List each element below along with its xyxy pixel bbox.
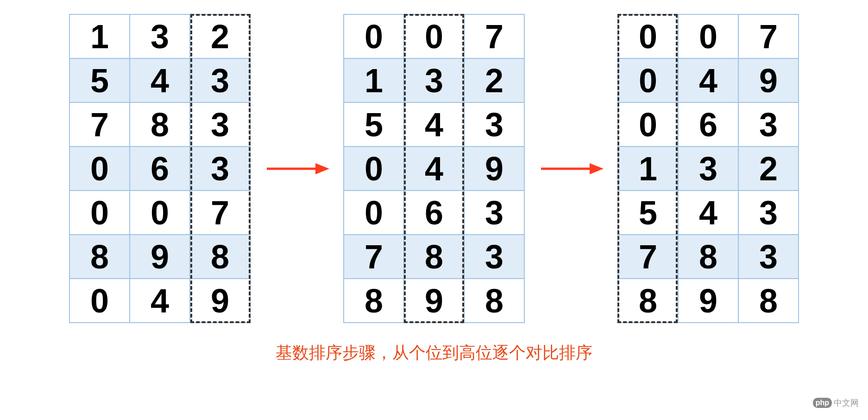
digit-cell: 0 — [404, 14, 464, 58]
digit-cell: 7 — [344, 235, 404, 279]
watermark-text: 中文网 — [834, 397, 859, 408]
table-row: 132 — [69, 14, 250, 58]
digit-cell: 0 — [344, 146, 404, 191]
digit-cell: 8 — [738, 279, 799, 323]
digit-cell: 3 — [738, 235, 799, 279]
digit-cell: 7 — [618, 235, 678, 279]
table-row: 132 — [618, 146, 799, 191]
table-row: 007 — [69, 191, 250, 235]
digit-cell: 9 — [190, 279, 250, 323]
diagram-content: 132 543 783 063 007 898 049 007 132 543 … — [9, 9, 859, 323]
digit-cell: 0 — [69, 146, 130, 191]
table-row: 783 — [344, 235, 524, 279]
digit-cell: 2 — [738, 146, 799, 191]
digit-cell: 4 — [130, 58, 190, 102]
radix-table-3: 007 049 063 132 543 783 898 — [617, 14, 799, 323]
digit-cell: 6 — [130, 146, 190, 191]
table-row: 007 — [344, 14, 524, 58]
digit-cell: 8 — [69, 235, 130, 279]
table-row: 049 — [344, 146, 524, 191]
digit-cell: 5 — [344, 102, 404, 146]
table-row: 783 — [69, 102, 250, 146]
table-row: 049 — [618, 58, 799, 102]
radix-table-2: 007 132 543 049 063 783 898 — [343, 14, 525, 323]
digit-cell: 7 — [190, 191, 250, 235]
digit-cell: 8 — [404, 235, 464, 279]
digit-cell: 8 — [190, 235, 250, 279]
digit-cell: 0 — [618, 14, 678, 58]
table-row: 063 — [618, 102, 799, 146]
digit-cell: 4 — [404, 146, 464, 191]
table-row: 063 — [344, 191, 524, 235]
digit-cell: 9 — [404, 279, 464, 323]
table-wrap-1: 132 543 783 063 007 898 049 — [69, 14, 251, 323]
digit-cell: 5 — [618, 191, 678, 235]
table-wrap-2: 007 132 543 049 063 783 898 — [343, 14, 525, 323]
digit-cell: 7 — [738, 14, 799, 58]
digit-cell: 6 — [678, 102, 738, 146]
digit-cell: 8 — [344, 279, 404, 323]
digit-cell: 3 — [738, 191, 799, 235]
table-row: 132 — [344, 58, 524, 102]
digit-cell: 5 — [69, 58, 130, 102]
digit-cell: 3 — [738, 102, 799, 146]
digit-cell: 0 — [344, 14, 404, 58]
table-row: 007 — [618, 14, 799, 58]
digit-cell: 3 — [678, 146, 738, 191]
svg-marker-1 — [315, 163, 329, 174]
digit-cell: 3 — [190, 146, 250, 191]
digit-cell: 8 — [130, 102, 190, 146]
table-row: 898 — [69, 235, 250, 279]
diagram-caption: 基数排序步骤，从个位到高位逐个对比排序 — [9, 342, 859, 364]
digit-cell: 7 — [464, 14, 524, 58]
arrow-icon — [539, 159, 604, 178]
digit-cell: 1 — [618, 146, 678, 191]
digit-cell: 8 — [464, 279, 524, 323]
digit-cell: 6 — [404, 191, 464, 235]
digit-cell: 3 — [190, 102, 250, 146]
digit-cell: 9 — [678, 279, 738, 323]
digit-cell: 9 — [738, 58, 799, 102]
table-wrap-3: 007 049 063 132 543 783 898 — [617, 14, 799, 323]
digit-cell: 0 — [618, 102, 678, 146]
digit-cell: 3 — [130, 14, 190, 58]
digit-cell: 1 — [69, 14, 130, 58]
digit-cell: 1 — [344, 58, 404, 102]
table-row: 063 — [69, 146, 250, 191]
digit-cell: 9 — [464, 146, 524, 191]
radix-table-1: 132 543 783 063 007 898 049 — [69, 14, 251, 323]
digit-cell: 0 — [678, 14, 738, 58]
digit-cell: 0 — [130, 191, 190, 235]
digit-cell: 4 — [678, 191, 738, 235]
digit-cell: 2 — [464, 58, 524, 102]
table-row: 049 — [69, 279, 250, 323]
digit-cell: 9 — [130, 235, 190, 279]
digit-cell: 7 — [69, 102, 130, 146]
digit-cell: 0 — [69, 191, 130, 235]
digit-cell: 0 — [69, 279, 130, 323]
digit-cell: 4 — [130, 279, 190, 323]
watermark-logo: php — [813, 398, 832, 408]
digit-cell: 0 — [618, 58, 678, 102]
digit-cell: 3 — [464, 191, 524, 235]
watermark: php 中文网 — [813, 397, 859, 408]
digit-cell: 3 — [464, 235, 524, 279]
digit-cell: 8 — [678, 235, 738, 279]
table-row: 543 — [618, 191, 799, 235]
digit-cell: 3 — [404, 58, 464, 102]
digit-cell: 8 — [618, 279, 678, 323]
digit-cell: 4 — [678, 58, 738, 102]
table-row: 543 — [69, 58, 250, 102]
table-row: 898 — [344, 279, 524, 323]
digit-cell: 2 — [190, 14, 250, 58]
table-row: 898 — [618, 279, 799, 323]
table-row: 543 — [344, 102, 524, 146]
digit-cell: 0 — [344, 191, 404, 235]
digit-cell: 3 — [190, 58, 250, 102]
digit-cell: 3 — [464, 102, 524, 146]
digit-cell: 4 — [404, 102, 464, 146]
svg-marker-3 — [590, 163, 604, 174]
arrow-icon — [264, 159, 329, 178]
table-row: 783 — [618, 235, 799, 279]
